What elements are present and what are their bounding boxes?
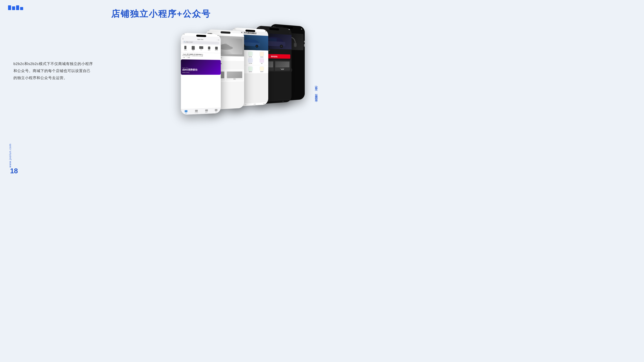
nav-airpods-label: AirPods xyxy=(215,50,218,51)
tab-products-label: 全部商品 xyxy=(195,112,198,113)
tab-products: 全部商品 xyxy=(195,110,198,113)
website-url: www.joolun.com xyxy=(9,143,12,168)
left-content: b2b2c和s2b2c模式下不仅商城有独立的小程序和公众号。商城下的每个店铺也可… xyxy=(14,60,94,81)
hw-earphone-label: 蓝牙耳机 xyxy=(249,56,252,57)
hw-tv-item: 音频系统 xyxy=(256,66,267,72)
nav-mac-label: Mac xyxy=(200,49,202,50)
time-3: 5G ● xyxy=(233,28,235,29)
nav-airpods: AirPods xyxy=(215,46,218,52)
right-slogan: 让开发，简单再简单 xyxy=(314,83,318,98)
hw-pad-item: 华为平板 xyxy=(245,58,256,64)
ipad-icon-shape xyxy=(192,46,195,50)
nav-ipad: iPad xyxy=(192,46,195,51)
iphone-icon-shape xyxy=(184,46,186,49)
search-placeholder: 🔍 请输入关键字 xyxy=(184,41,193,43)
hw-speaker-label: 智能音箱 xyxy=(249,71,252,72)
battery-5: ▮▮ xyxy=(301,28,302,29)
hw-earphone-item: 蓝牙耳机 xyxy=(245,51,256,57)
apple-store-screen: 9:41 ●●●  Apple Store ⋯ ⊙ 🔍 请输入关键字 xyxy=(181,33,221,115)
watch-icon-shape xyxy=(208,46,210,49)
hw-bottom-cart: 购物车 xyxy=(254,104,256,105)
nav-mac: Mac xyxy=(199,46,203,51)
ipad-pro-title: 由M2强势驱动 xyxy=(182,68,220,71)
hw-earphone-icon xyxy=(248,51,252,56)
phones-container: 9:41 ●●●  Apple Store ⋯ ⊙ 🔍 请输入关键字 xyxy=(178,20,308,147)
apple-bottom-bar: 首页 全部商品 购物车 我的 xyxy=(181,108,221,115)
xiaomi-product-price-2: ¥9100 xyxy=(276,69,290,70)
nav-watch: Watch xyxy=(208,46,210,51)
mine-tab-icon xyxy=(215,109,217,111)
hw-speaker-icon xyxy=(248,66,252,71)
store-info:  Apple (苹之相嘉果) 官方授权体验中心 本店为授权经销商，仅为展示作用… xyxy=(181,52,221,60)
xiaomi-discount-text: 限时折扣 xyxy=(271,56,278,58)
apple-search-bar: 🔍 请输入关键字 xyxy=(183,40,219,44)
hw-pad-icon xyxy=(248,58,252,63)
logo-bar-4 xyxy=(20,7,23,10)
xiaomi-product-card-2: 华为 MateB... ¥9100 xyxy=(275,61,290,71)
nike-store-actions: ⋯ xyxy=(242,34,243,36)
tab-home-label: 首页 xyxy=(185,112,187,114)
airpods-icon-shape xyxy=(215,46,218,50)
svg-rect-15 xyxy=(294,43,296,47)
hw-smart-item: 智能穿戴 xyxy=(256,52,267,58)
time-1: 9:41 xyxy=(183,33,185,35)
nav-watch-label: Watch xyxy=(208,50,210,51)
apple-store-label: Apple Store xyxy=(198,39,204,40)
tab-home: 首页 xyxy=(185,110,187,114)
nav-iphone-label: iPhone xyxy=(184,49,187,51)
time-2: 5G xyxy=(208,30,209,31)
hw-tv-label: 音频系统 xyxy=(260,71,263,72)
hw-more-label: 更多 xyxy=(261,63,262,64)
page-number: 18 xyxy=(10,167,18,175)
phone-notch-1 xyxy=(196,35,206,37)
beats-menu: ⋯ xyxy=(303,31,304,32)
cart-tab-icon xyxy=(205,109,208,112)
hw-bottom-me: 我的 xyxy=(263,103,265,104)
hw-smart-label: 智能穿戴 xyxy=(260,57,263,57)
xiaomi-bottom-all: 全部 xyxy=(282,101,284,102)
nav-iphone: iPhone xyxy=(184,46,187,51)
logo-bar-1 xyxy=(8,5,11,10)
ipad-pro-price: RMB 6799 起 xyxy=(182,72,220,73)
logo-bar-2 xyxy=(12,6,15,10)
nav-ipad-label: iPad xyxy=(192,50,194,51)
nb-item-img-2 xyxy=(227,71,242,78)
nb-item-label-2: 限量款 xyxy=(227,78,242,80)
hw-speaker-item: 智能音箱 xyxy=(245,66,256,72)
tab-mine: 我的 xyxy=(215,109,217,112)
action-share: ↑ 分享 xyxy=(182,57,185,58)
mac-icon-shape xyxy=(199,46,203,49)
apple-header:  Apple Store ⋯ ⊙ 🔍 请输入关键字 xyxy=(181,35,221,45)
action-like: ♡ 收藏 xyxy=(186,57,190,58)
apple-nav: iPhone iPad Mac Watch xyxy=(181,44,221,53)
hw-bottom-all: 全部 xyxy=(244,104,246,105)
tab-cart-label: 购物车 xyxy=(205,112,208,113)
apple-icons: ⋯ ⊙ xyxy=(217,39,219,40)
xiaomi-top-icons: ⋯ xyxy=(290,32,290,33)
store-actions: ↑ 分享 ♡ 收藏 xyxy=(182,57,220,59)
description-text: b2b2c和s2b2c模式下不仅商城有独立的小程序和公众号。商城下的每个店铺也可… xyxy=(14,60,94,81)
hw-more-icon xyxy=(260,58,264,63)
svg-rect-11 xyxy=(268,38,277,41)
hw-more-item: 更多 xyxy=(256,58,267,64)
tab-cart: 购物车 xyxy=(205,109,208,113)
xiaomi-product-img-2 xyxy=(276,61,290,67)
hw-smart-icon xyxy=(260,52,264,56)
tab-mine-label: 我的 xyxy=(215,111,217,112)
nb-item-2: 限量款 xyxy=(226,70,243,81)
beats-right-text: 让开发，简单再简单 xyxy=(304,39,305,45)
hw-tv-icon xyxy=(260,66,264,71)
logo-icon xyxy=(8,5,23,10)
products-tab-icon xyxy=(195,110,198,112)
logo-bar-3 xyxy=(16,5,19,10)
time-4: 5G ● xyxy=(258,26,260,28)
apple-logo-small:  xyxy=(183,37,184,40)
phone-apple-store: 9:41 ●●●  Apple Store ⋯ ⊙ 🔍 请输入关键字 xyxy=(181,33,221,115)
logo xyxy=(8,5,23,10)
phones-stack: 9:41 ●●●  Apple Store ⋯ ⊙ 🔍 请输入关键字 xyxy=(181,20,305,141)
home-tab-icon xyxy=(185,110,187,112)
hw-pad-label: 华为平板 xyxy=(249,63,252,64)
apple-featured: iPad Pro 由M2强势驱动 RMB 6799 起 xyxy=(181,59,221,75)
page-title: 店铺独立小程序+公众号 xyxy=(111,8,211,20)
